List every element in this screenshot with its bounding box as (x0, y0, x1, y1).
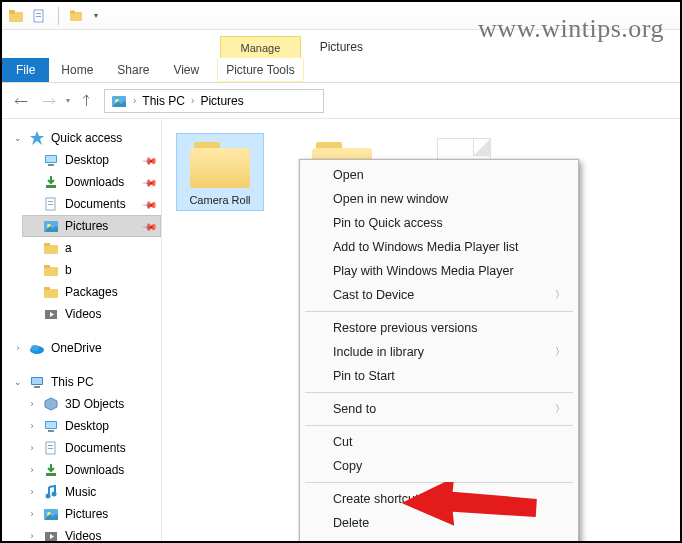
svg-rect-12 (48, 164, 54, 166)
chevron-right-icon[interactable]: › (27, 531, 37, 541)
svg-rect-16 (48, 204, 53, 205)
chevron-right-icon[interactable]: › (27, 487, 37, 497)
svg-rect-20 (44, 243, 50, 246)
menu-item-open[interactable]: Open (303, 163, 575, 187)
nav-root-thispc[interactable]: ⌄ This PC (8, 371, 161, 393)
chevron-right-icon[interactable]: › (27, 465, 37, 475)
folder-icon (43, 262, 59, 278)
menu-item-restore-previous-versions[interactable]: Restore previous versions (303, 316, 575, 340)
svg-rect-23 (44, 289, 58, 298)
tab-view[interactable]: View (161, 58, 211, 82)
sidebar-item-packages[interactable]: Packages (22, 281, 161, 303)
sidebar-item-label: Documents (65, 197, 138, 211)
videos-icon (43, 528, 59, 541)
menu-item-play-with-windows-media-player[interactable]: Play with Windows Media Player (303, 259, 575, 283)
sidebar-item-videos[interactable]: Videos (22, 303, 161, 325)
sidebar-item-documents[interactable]: ›Documents (22, 437, 161, 459)
downloads-icon (43, 462, 59, 478)
chevron-down-icon[interactable]: ⌄ (13, 133, 23, 143)
chevron-right-icon[interactable]: › (27, 443, 37, 453)
svg-rect-21 (44, 267, 58, 276)
chevron-right-icon[interactable]: › (27, 399, 37, 409)
menu-item-label: Play with Windows Media Player (333, 264, 514, 278)
menu-item-create-shortcut[interactable]: Create shortcut (303, 487, 575, 511)
videos-icon (43, 306, 59, 322)
menu-item-label: Copy (333, 459, 362, 473)
menu-item-pin-to-start[interactable]: Pin to Start (303, 364, 575, 388)
sidebar-item-music[interactable]: ›Music (22, 481, 161, 503)
onedrive-icon (29, 340, 45, 356)
sidebar-item-downloads[interactable]: ›Downloads (22, 459, 161, 481)
sidebar-item-label: Pictures (65, 507, 156, 521)
chevron-right-icon[interactable]: › (191, 95, 194, 106)
sidebar-item-3d-objects[interactable]: ›3D Objects (22, 393, 161, 415)
pictures-icon (43, 218, 59, 234)
sidebar-item-documents[interactable]: Documents📌 (22, 193, 161, 215)
folder-item[interactable]: Camera Roll (176, 133, 264, 211)
nav-group-quick-access: ⌄ Quick access Desktop📌Downloads📌Documen… (8, 127, 161, 325)
chevron-down-icon[interactable]: ⌄ (13, 377, 23, 387)
navigation-pane[interactable]: ⌄ Quick access Desktop📌Downloads📌Documen… (2, 119, 162, 541)
sidebar-item-videos[interactable]: ›Videos (22, 525, 161, 541)
chevron-right-icon[interactable]: › (27, 421, 37, 431)
sidebar-item-desktop[interactable]: Desktop📌 (22, 149, 161, 171)
up-button[interactable]: 🡑 (76, 90, 98, 112)
chevron-right-icon[interactable]: › (13, 343, 23, 353)
tab-home[interactable]: Home (49, 58, 105, 82)
chevron-right-icon[interactable]: › (27, 509, 37, 519)
sidebar-item-b[interactable]: b (22, 259, 161, 281)
menu-item-cast-to-device[interactable]: Cast to Device〉 (303, 283, 575, 307)
menu-item-label: Pin to Quick access (333, 216, 443, 230)
svg-rect-35 (48, 430, 54, 432)
svg-rect-39 (46, 473, 56, 476)
menu-item-cut[interactable]: Cut (303, 430, 575, 454)
nav-root-quick-access[interactable]: ⌄ Quick access (8, 127, 161, 149)
menu-item-include-in-library[interactable]: Include in library〉 (303, 340, 575, 364)
menu-item-send-to[interactable]: Send to〉 (303, 397, 575, 421)
svg-rect-37 (48, 445, 53, 446)
sidebar-item-a[interactable]: a (22, 237, 161, 259)
chevron-down-icon[interactable]: ▾ (94, 11, 98, 20)
forward-button[interactable]: 🡒 (38, 90, 60, 112)
svg-rect-38 (48, 448, 53, 449)
menu-item-copy[interactable]: Copy (303, 454, 575, 478)
menu-item-rename[interactable]: Rename (303, 535, 575, 543)
pin-icon: 📌 (142, 174, 158, 190)
menu-item-label: Open in new window (333, 192, 448, 206)
address-bar[interactable]: › This PC › Pictures (104, 89, 324, 113)
music-icon (43, 484, 59, 500)
crumb-root[interactable]: This PC (142, 94, 185, 108)
downloads-icon (43, 174, 59, 190)
menu-item-open-in-new-window[interactable]: Open in new window (303, 187, 575, 211)
properties-qat-icon[interactable] (32, 8, 48, 24)
history-dropdown-icon[interactable]: ▾ (66, 96, 70, 105)
sidebar-item-downloads[interactable]: Downloads📌 (22, 171, 161, 193)
nav-group-thispc: ⌄ This PC ›3D Objects›Desktop›Documents›… (8, 371, 161, 541)
menu-item-delete[interactable]: Delete (303, 511, 575, 535)
menu-item-label: Cut (333, 435, 352, 449)
menu-item-add-to-windows-media-player-list[interactable]: Add to Windows Media Player list (303, 235, 575, 259)
menu-item-pin-to-quick-access[interactable]: Pin to Quick access (303, 211, 575, 235)
sidebar-item-desktop[interactable]: ›Desktop (22, 415, 161, 437)
nav-root-onedrive[interactable]: › OneDrive (8, 337, 161, 359)
new-folder-qat-icon[interactable] (69, 8, 85, 24)
tab-picture-tools[interactable]: Picture Tools (217, 58, 303, 82)
crumb-current[interactable]: Pictures (200, 94, 243, 108)
svg-marker-9 (30, 131, 44, 145)
tab-share[interactable]: Share (105, 58, 161, 82)
back-button[interactable]: 🡐 (10, 90, 32, 112)
item-label: Camera Roll (189, 194, 250, 206)
svg-rect-30 (32, 378, 42, 384)
tab-file[interactable]: File (2, 58, 49, 82)
sidebar-item-pictures[interactable]: ›Pictures (22, 503, 161, 525)
sidebar-item-label: Videos (65, 529, 156, 541)
menu-item-label: Add to Windows Media Player list (333, 240, 519, 254)
chevron-right-icon: 〉 (555, 402, 565, 416)
folder-icon (43, 284, 59, 300)
chevron-right-icon: 〉 (555, 288, 565, 302)
svg-point-41 (52, 492, 57, 497)
sidebar-item-label: Pictures (65, 219, 138, 233)
sidebar-item-pictures[interactable]: Pictures📌 (22, 215, 161, 237)
sidebar-item-label: b (65, 263, 156, 277)
chevron-right-icon[interactable]: › (133, 95, 136, 106)
